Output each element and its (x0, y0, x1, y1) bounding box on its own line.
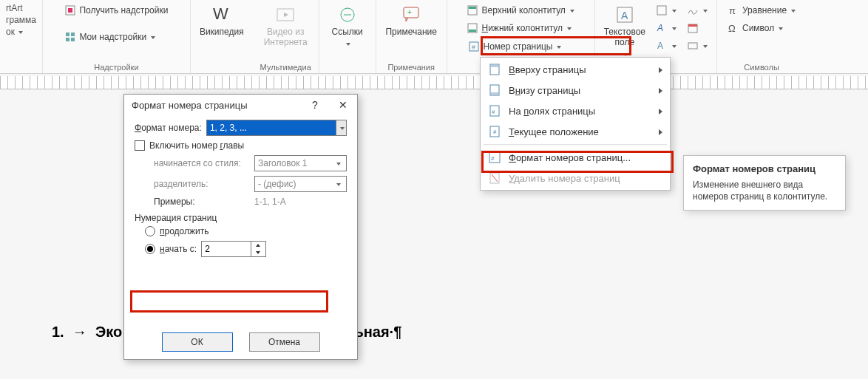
comment-icon: + (401, 4, 421, 25)
ruler (0, 76, 868, 89)
smartart-fragment: rtArt (6, 3, 36, 13)
page-current-icon: # (488, 125, 501, 138)
spin-up[interactable] (251, 242, 264, 249)
svg-rect-25 (688, 43, 697, 49)
header-icon (467, 4, 478, 16)
ribbon: rtArt грамма ок Получить надстройки Мои … (0, 0, 868, 74)
examples-value: 1-1, 1-A (254, 197, 286, 207)
menu-current-position[interactable]: # Текущее положение (481, 121, 670, 142)
menu-bottom-of-page[interactable]: Внизу страницы (481, 80, 670, 100)
menu-format-page-numbers[interactable]: # Формат номеров страниц... (481, 147, 670, 168)
group-label-symbols: Символы (744, 61, 779, 72)
svg-rect-20 (657, 6, 666, 15)
tooltip-body: Изменение внешнего вида номеров страниц … (693, 179, 836, 202)
start-at-input[interactable] (202, 242, 251, 256)
page-bottom-icon (488, 83, 501, 97)
remove-icon (488, 171, 501, 185)
group-label-comments: Примечания (387, 61, 435, 72)
video-icon (275, 4, 296, 25)
textbox-icon: A (614, 4, 635, 25)
ok-button[interactable]: ОК (162, 332, 233, 352)
svg-text:A: A (657, 41, 663, 51)
footer-icon (467, 22, 478, 34)
date-icon (687, 22, 699, 34)
svg-rect-31 (491, 92, 498, 95)
dialog-close-button[interactable]: ✕ (336, 99, 350, 111)
my-addins-button[interactable]: Мои надстройки (61, 30, 171, 44)
continue-radio[interactable] (145, 226, 155, 236)
menu-top-of-page[interactable]: Вверху страницы (481, 59, 670, 80)
get-addins-button[interactable]: Получить надстройки (61, 3, 171, 18)
include-chapter-checkbox[interactable] (135, 140, 145, 151)
links-button[interactable]: Ссылки (325, 3, 370, 50)
signature-button[interactable] (684, 3, 711, 18)
omega-icon: Ω (728, 22, 739, 34)
svg-rect-29 (491, 65, 498, 67)
parts-icon (656, 4, 668, 16)
page-number-menu: Вверху страницы Внизу страницы # На поля… (480, 57, 671, 191)
footer-button[interactable]: Нижний колонтитул (464, 21, 577, 35)
datetime-button[interactable] (684, 21, 711, 35)
svg-rect-24 (688, 24, 697, 27)
sig-icon (687, 4, 699, 16)
svg-text:+: + (407, 8, 412, 16)
spin-down[interactable] (251, 249, 264, 256)
svg-rect-13 (469, 7, 476, 9)
svg-line-39 (492, 174, 498, 182)
symbol-button[interactable]: Ω Символ (725, 21, 799, 35)
dialog-help-button[interactable]: ? (308, 99, 322, 111)
svg-text:Ω: Ω (728, 23, 736, 34)
wordart-icon: A (656, 22, 668, 34)
tooltip: Формат номеров страниц Изменение внешнег… (683, 155, 846, 211)
tooltip-title: Формат номеров страниц (693, 163, 836, 174)
svg-text:A: A (621, 10, 628, 21)
format-icon: # (488, 151, 501, 164)
wordart-button[interactable]: A (653, 21, 679, 35)
object-button[interactable] (684, 38, 711, 53)
quick-parts-button[interactable] (653, 3, 679, 18)
cancel-button[interactable]: Отмена (249, 332, 320, 352)
numbering-section-label: Нумерация страниц (135, 213, 347, 223)
svg-text:A: A (657, 23, 663, 33)
wikipedia-icon: W (211, 4, 232, 25)
page-margin-icon: # (488, 104, 501, 117)
chapter-style-select[interactable]: Заголовок 1 (254, 155, 347, 171)
group-label-addins: Надстройки (94, 61, 138, 72)
dropcap-button[interactable]: A (653, 38, 679, 53)
wikipedia-button[interactable]: W Википедия (197, 3, 247, 38)
header-button[interactable]: Верхний колонтитул (464, 3, 577, 18)
separator-select[interactable]: - (дефис) (254, 176, 347, 192)
link-icon (337, 4, 358, 25)
svg-rect-15 (469, 30, 476, 32)
page-number-format-dialog: Формат номера страницы ? ✕ Формат номера… (123, 94, 358, 360)
page-top-icon (488, 63, 501, 76)
equation-button[interactable]: π Уравнение (725, 3, 799, 18)
obj-icon (687, 40, 699, 52)
svg-rect-2 (66, 33, 69, 36)
menu-page-margins[interactable]: # На полях страницы (481, 100, 670, 121)
svg-text:#: # (492, 109, 495, 115)
menu-remove-page-numbers: Удалить номера страниц (481, 168, 670, 188)
svg-rect-1 (68, 8, 72, 13)
start-at-spinner[interactable] (201, 241, 266, 257)
start-at-radio[interactable] (145, 244, 155, 254)
dialog-title: Формат номера страницы (132, 100, 248, 111)
svg-rect-3 (71, 33, 75, 36)
svg-text:#: # (472, 44, 475, 51)
comment-button[interactable]: + Примечание (382, 3, 439, 38)
number-format-select[interactable]: 1, 2, 3, ... (206, 120, 347, 136)
store-icon (64, 4, 76, 16)
svg-rect-5 (71, 38, 75, 41)
dropcap-icon: A (656, 40, 668, 52)
page-number-button[interactable]: # Номер страницы (464, 38, 577, 55)
textbox-button[interactable]: A Текстовое поле (601, 3, 648, 61)
online-video-button[interactable]: Видео из Интернета (261, 3, 311, 49)
page-number-icon: # (468, 41, 480, 52)
svg-text:W: W (213, 4, 228, 23)
group-label-media: Мультимедиа (260, 61, 311, 72)
addins-icon (64, 31, 76, 43)
pi-icon: π (728, 4, 739, 16)
svg-text:#: # (491, 155, 495, 162)
svg-text:#: # (493, 129, 497, 135)
svg-text:π: π (729, 5, 736, 16)
